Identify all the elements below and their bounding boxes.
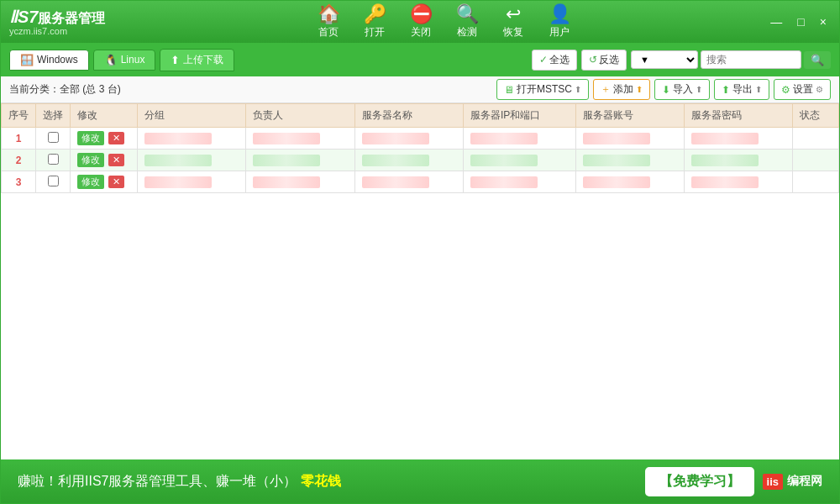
row1-checkbox[interactable] bbox=[48, 132, 59, 143]
col-ip: 服务器IP和端口 bbox=[463, 104, 575, 128]
search-input[interactable] bbox=[701, 50, 801, 69]
row3-servername-value bbox=[362, 176, 429, 188]
tab-linux-label: Linux bbox=[121, 54, 145, 66]
settings-button[interactable]: ⚙ 设置 ⚙ bbox=[774, 79, 831, 100]
row2-password-value bbox=[691, 155, 759, 166]
subtoolbar: 当前分类：全部 (总 3 台) 🖥 打开MSTSC ⬆ ＋ 添加 ⬆ ⬇ 导入 … bbox=[1, 76, 839, 103]
settings-label: 设置 bbox=[793, 82, 813, 97]
nav-restore[interactable]: ↩ 恢复 bbox=[495, 5, 533, 39]
row3-del-button[interactable]: ✕ bbox=[108, 176, 124, 188]
nav-user[interactable]: 👤 用户 bbox=[541, 5, 579, 39]
row3-password-value bbox=[691, 176, 759, 188]
row2-servername bbox=[354, 150, 463, 171]
main-content: 当前分类：全部 (总 3 台) 🖥 打开MSTSC ⬆ ＋ 添加 ⬆ ⬇ 导入 … bbox=[1, 76, 839, 459]
row2-group bbox=[138, 150, 246, 171]
col-password: 服务器密码 bbox=[685, 104, 793, 128]
row1-group bbox=[138, 128, 246, 150]
close-button[interactable]: × bbox=[816, 13, 831, 30]
col-edit: 修改 bbox=[71, 104, 138, 128]
restore-icon: ↩ bbox=[506, 5, 521, 24]
window-controls: — □ × bbox=[766, 13, 831, 30]
col-owner: 负责人 bbox=[246, 104, 354, 128]
row3-num: 3 bbox=[2, 171, 36, 193]
add-button[interactable]: ＋ 添加 ⬆ bbox=[593, 79, 650, 100]
tab-windows-label: Windows bbox=[37, 54, 78, 66]
tab-upload-download[interactable]: ⬆ 上传下载 bbox=[160, 49, 234, 71]
row3-account bbox=[575, 171, 684, 193]
row2-edit-button[interactable]: 修改 bbox=[77, 153, 104, 167]
row2-ip-value bbox=[470, 155, 538, 166]
tab-windows[interactable]: 🪟 Windows bbox=[9, 50, 89, 71]
footer-text-before: 赚啦！利用IIS7服务器管理工具、赚一堆（小） bbox=[18, 474, 297, 488]
row1-del-button[interactable]: ✕ bbox=[108, 132, 124, 144]
server-table-container: 序号 选择 修改 分组 负责人 服务器名称 服务器IP和端口 服务器账号 服务器… bbox=[1, 103, 839, 459]
row3-servername bbox=[354, 171, 463, 193]
search-area: ▼ 🔍 bbox=[631, 50, 831, 69]
export-label: 导出 bbox=[732, 82, 753, 97]
deselect-button[interactable]: ↺ 反选 bbox=[581, 50, 627, 71]
app-title: ⅡS7服务器管理 bbox=[9, 8, 105, 26]
row1-ip bbox=[463, 128, 575, 150]
titlebar: ⅡS7服务器管理 yczm.iis7.com 🏠 首页 🔑 打开 ⛔ 关闭 🔍 … bbox=[1, 1, 839, 43]
row3-account-value bbox=[583, 176, 650, 188]
table-row: 1 修改 ✕ bbox=[2, 128, 839, 150]
search-dropdown[interactable]: ▼ bbox=[631, 50, 698, 69]
col-status: 状态 bbox=[793, 104, 839, 128]
nav-detect-label: 检测 bbox=[457, 25, 477, 39]
toolbar-right: ✓ 全选 ↺ 反选 ▼ 🔍 bbox=[532, 50, 831, 71]
row2-password bbox=[685, 150, 793, 171]
tab-linux[interactable]: 🐧 Linux bbox=[93, 50, 156, 71]
open-mstsc-button[interactable]: 🖥 打开MSTSC ⬆ bbox=[496, 79, 589, 100]
home-icon: 🏠 bbox=[318, 5, 340, 24]
minimize-button[interactable]: — bbox=[766, 13, 786, 30]
windows-icon: 🪟 bbox=[20, 54, 34, 66]
row2-checkbox[interactable] bbox=[48, 154, 59, 165]
row3-checkbox[interactable] bbox=[48, 176, 59, 186]
nav-detect[interactable]: 🔍 检测 bbox=[449, 5, 486, 39]
search-button[interactable]: 🔍 bbox=[804, 51, 831, 69]
nav-restore-label: 恢复 bbox=[503, 25, 523, 39]
nav-open-label: 打开 bbox=[365, 25, 385, 39]
row1-status bbox=[793, 128, 839, 150]
row3-checkbox-cell[interactable] bbox=[36, 171, 71, 193]
col-group: 分组 bbox=[138, 104, 246, 128]
maximize-button[interactable]: □ bbox=[793, 13, 808, 30]
row3-status bbox=[793, 171, 839, 193]
select-all-label: 全选 bbox=[549, 53, 570, 67]
row1-group-value bbox=[144, 133, 212, 144]
row3-group-value bbox=[144, 176, 212, 188]
nav-close-label: 关闭 bbox=[411, 25, 431, 39]
tab-toolbar: 🪟 Windows 🐧 Linux ⬆ 上传下载 ✓ 全选 ↺ 反选 ▼ bbox=[1, 43, 839, 76]
col-select: 选择 bbox=[36, 104, 71, 128]
add-icon: ＋ bbox=[601, 82, 611, 97]
row3-owner-value bbox=[253, 176, 320, 188]
row2-servername-value bbox=[362, 155, 429, 166]
row1-edit-button[interactable]: 修改 bbox=[77, 131, 104, 145]
settings-icon: ⚙ bbox=[781, 84, 790, 96]
row1-checkbox-cell[interactable] bbox=[36, 128, 71, 150]
nav-home[interactable]: 🏠 首页 bbox=[310, 5, 348, 39]
col-account: 服务器账号 bbox=[575, 104, 684, 128]
select-all-button[interactable]: ✓ 全选 bbox=[532, 50, 577, 71]
row2-del-button[interactable]: ✕ bbox=[108, 154, 124, 166]
deselect-icon: ↺ bbox=[589, 54, 597, 66]
row3-edit-cell: 修改 ✕ bbox=[71, 171, 138, 193]
nav-open[interactable]: 🔑 打开 bbox=[356, 5, 394, 39]
row2-checkbox-cell[interactable] bbox=[36, 150, 71, 171]
footer-brand: iis 编程网 bbox=[763, 474, 822, 490]
row2-num: 2 bbox=[2, 150, 36, 171]
app-logo: ⅡS7服务器管理 yczm.iis7.com bbox=[9, 8, 105, 36]
detect-icon: 🔍 bbox=[456, 5, 479, 24]
import-button[interactable]: ⬇ 导入 ⬆ bbox=[654, 79, 710, 100]
brand-text: 编程网 bbox=[787, 474, 822, 489]
close-nav-icon: ⛔ bbox=[410, 5, 433, 24]
footer-cta-button[interactable]: 【免费学习】 bbox=[645, 467, 754, 496]
row3-edit-button[interactable]: 修改 bbox=[77, 175, 104, 189]
col-num: 序号 bbox=[2, 104, 36, 128]
nav-close[interactable]: ⛔ 关闭 bbox=[402, 5, 440, 39]
import-icon: ⬇ bbox=[662, 84, 670, 96]
footer-banner: 赚啦！利用IIS7服务器管理工具、赚一堆（小） 零花钱 【免费学习】 iis 编… bbox=[1, 459, 839, 503]
export-button[interactable]: ⬆ 导出 ⬆ bbox=[714, 79, 769, 100]
open-mstsc-label: 打开MSTSC bbox=[517, 82, 572, 97]
row2-edit-cell: 修改 ✕ bbox=[71, 150, 138, 171]
